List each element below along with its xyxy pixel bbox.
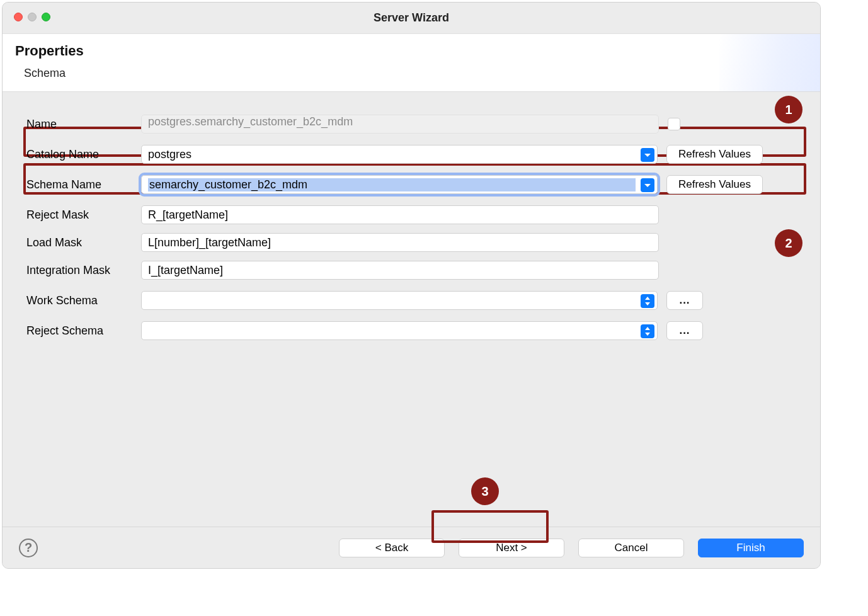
- close-window-icon[interactable]: [14, 13, 23, 21]
- reject-mask-field[interactable]: [141, 205, 659, 224]
- label-catalog-name: Catalog Name: [26, 148, 141, 161]
- name-field: postgres.semarchy_customer_b2c_mdm: [141, 115, 659, 134]
- refresh-schema-button[interactable]: Refresh Values: [666, 175, 763, 194]
- next-button[interactable]: Next >: [459, 539, 564, 557]
- catalog-name-combo[interactable]: postgres: [141, 145, 658, 164]
- row-catalog-name: Catalog Name postgres Refresh Values: [26, 145, 801, 164]
- help-icon[interactable]: ?: [19, 539, 38, 557]
- row-integration-mask: Integration Mask: [26, 261, 801, 280]
- schema-name-value: semarchy_customer_b2c_mdm: [148, 178, 636, 191]
- page-subtitle: Schema: [24, 67, 808, 80]
- label-work-schema: Work Schema: [26, 294, 141, 307]
- row-schema-name: Schema Name semarchy_customer_b2c_mdm Re…: [26, 175, 801, 194]
- integration-mask-field[interactable]: [141, 261, 659, 280]
- label-name: Name: [26, 118, 141, 131]
- annotation-badge-3: 3: [471, 477, 499, 505]
- reject-schema-combo[interactable]: [141, 321, 658, 340]
- form-area: 1 2 Name postgres.semarchy_customer_b2c_…: [3, 92, 820, 527]
- label-reject-mask: Reject Mask: [26, 208, 141, 222]
- catalog-name-value: postgres: [148, 148, 636, 161]
- row-name: Name postgres.semarchy_customer_b2c_mdm: [26, 115, 801, 134]
- row-reject-schema: Reject Schema ...: [26, 321, 801, 340]
- wizard-header: Properties Schema: [3, 34, 820, 92]
- titlebar: Server Wizard: [3, 3, 820, 34]
- page-title: Properties: [15, 43, 808, 59]
- label-schema-name: Schema Name: [26, 178, 141, 191]
- row-work-schema: Work Schema ...: [26, 291, 801, 310]
- updown-icon: [641, 324, 654, 338]
- finish-button[interactable]: Finish: [698, 539, 804, 557]
- schema-name-combo[interactable]: semarchy_customer_b2c_mdm: [141, 175, 658, 194]
- name-checkbox[interactable]: [668, 118, 680, 130]
- cancel-button[interactable]: Cancel: [578, 539, 684, 557]
- reject-schema-browse-button[interactable]: ...: [666, 321, 703, 340]
- work-schema-browse-button[interactable]: ...: [666, 291, 703, 310]
- wizard-footer: ? < Back Next > Cancel Finish: [3, 527, 820, 568]
- row-load-mask: Load Mask: [26, 233, 801, 252]
- refresh-catalog-button[interactable]: Refresh Values: [666, 145, 763, 164]
- chevron-down-icon: [641, 178, 654, 192]
- row-reject-mask: Reject Mask: [26, 205, 801, 224]
- window-controls: [14, 13, 50, 21]
- label-load-mask: Load Mask: [26, 236, 141, 249]
- label-integration-mask: Integration Mask: [26, 264, 141, 277]
- minimize-window-icon: [28, 13, 37, 21]
- chevron-down-icon: [641, 148, 654, 162]
- label-reject-schema: Reject Schema: [26, 324, 141, 338]
- updown-icon: [641, 294, 654, 308]
- wizard-window: Server Wizard Properties Schema 1 2 Name…: [2, 2, 821, 569]
- zoom-window-icon[interactable]: [42, 13, 50, 21]
- back-button[interactable]: < Back: [339, 539, 445, 557]
- load-mask-field[interactable]: [141, 233, 659, 252]
- window-title: Server Wizard: [374, 11, 449, 25]
- work-schema-combo[interactable]: [141, 291, 658, 310]
